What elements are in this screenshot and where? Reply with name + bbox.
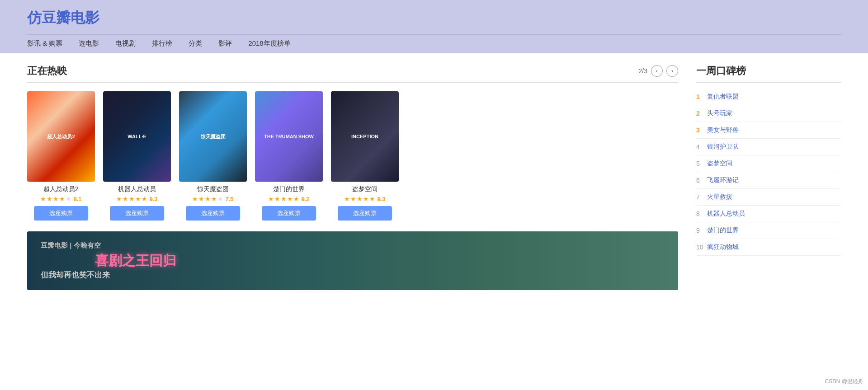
nav-item-choose-movie[interactable]: 选电影 — [79, 39, 99, 48]
movie-card: THE TRUMAN SHOW 楚门的世界 ★★★★★ 9.2 选座购票 — [255, 91, 323, 221]
movie-card: WALL·E 机器人总动员 ★★★★★ 9.3 选座购票 — [103, 91, 171, 221]
chart-item[interactable]: 10 疯狂动物城 — [696, 239, 841, 256]
buy-ticket-button[interactable]: 选座购票 — [110, 206, 164, 221]
next-page-button[interactable]: › — [666, 65, 678, 77]
chart-item-name[interactable]: 美女与野兽 — [707, 126, 739, 134]
header: 仿豆瓣电影 影讯 & 购票选电影电视剧排行榜分类影评2018年度榜单 — [0, 0, 868, 53]
movie-poster[interactable]: INCEPTION — [331, 91, 399, 182]
poster-text: INCEPTION — [351, 134, 378, 139]
pagination-area: 2/3 ‹ › — [639, 65, 678, 77]
banner[interactable]: 豆瓣电影 | 今晚有空 喜剧之王回归 但我却再也笑不出来 — [27, 231, 678, 290]
star-full: ★ — [40, 195, 46, 202]
prev-page-button[interactable]: ‹ — [651, 65, 663, 77]
nav-item-categories[interactable]: 分类 — [189, 39, 202, 48]
star-full: ★ — [116, 195, 122, 202]
chart-item[interactable]: 2 头号玩家 — [696, 105, 841, 122]
movie-card: 惊天魔盗团 惊天魔盗团 ★★★★★ 7.5 选座购票 — [179, 91, 247, 221]
chart-item-name[interactable]: 银河护卫队 — [707, 143, 739, 151]
chart-rank: 7 — [696, 193, 707, 201]
poster-text: THE TRUMAN SHOW — [264, 134, 314, 139]
star-half: ★ — [211, 195, 217, 202]
movies-grid: 超人总动员2 超人总动员2 ★★★★★ 8.1 选座购票 WALL·E 机器人总… — [27, 91, 678, 221]
movie-poster[interactable]: 超人总动员2 — [27, 91, 95, 182]
movie-rating-row: ★★★★★ 7.5 — [192, 195, 233, 202]
right-section: 一周口碑榜 1 复仇者联盟 2 头号玩家 3 美女与野兽 4 银河护卫队 5 盗… — [696, 64, 841, 290]
chart-item-name[interactable]: 机器人总动员 — [707, 210, 745, 218]
banner-main-text: 喜剧之王回归 — [95, 252, 176, 270]
chart-item[interactable]: 3 美女与野兽 — [696, 122, 841, 139]
nav-item-reviews[interactable]: 影评 — [218, 39, 232, 48]
chart-rank: 3 — [696, 127, 707, 134]
star-half: ★ — [369, 195, 375, 202]
chart-item-name[interactable]: 楚门的世界 — [707, 226, 739, 235]
movie-card: INCEPTION 盗梦空间 ★★★★★ 9.3 选座购票 — [331, 91, 399, 221]
star-empty: ★ — [66, 195, 71, 202]
nav-item-tv-series[interactable]: 电视剧 — [115, 39, 136, 48]
chart-rank: 6 — [696, 177, 707, 184]
site-title[interactable]: 仿豆瓣电影 — [27, 0, 841, 34]
chart-item-name[interactable]: 火星救援 — [707, 193, 732, 201]
main-container: 正在热映 2/3 ‹ › 超人总动员2 超人总动员2 ★★★★★ 8.1 选座购… — [0, 53, 868, 301]
poster-text: 超人总动员2 — [47, 133, 75, 140]
chart-rank: 4 — [696, 143, 707, 150]
movie-poster[interactable]: WALL·E — [103, 91, 171, 182]
movie-card: 超人总动员2 超人总动员2 ★★★★★ 8.1 选座购票 — [27, 91, 95, 221]
star-full: ★ — [268, 195, 274, 202]
chart-item-name[interactable]: 疯狂动物城 — [707, 243, 739, 251]
buy-ticket-button[interactable]: 选座购票 — [262, 206, 316, 221]
chart-item[interactable]: 5 盗梦空间 — [696, 155, 841, 172]
chart-item-name[interactable]: 头号玩家 — [707, 109, 732, 117]
main-nav: 影讯 & 购票选电影电视剧排行榜分类影评2018年度榜单 — [27, 34, 841, 53]
star-full: ★ — [192, 195, 198, 202]
chart-rank: 2 — [696, 110, 707, 117]
rating-score: 9.2 — [301, 196, 309, 202]
banner-sub-text: 但我却再也笑不出来 — [41, 270, 110, 280]
banner-label: 豆瓣电影 | 今晚有空 — [41, 241, 101, 250]
movie-poster[interactable]: 惊天魔盗团 — [179, 91, 247, 182]
nav-item-news-tickets[interactable]: 影讯 & 购票 — [27, 39, 62, 48]
star-full: ★ — [350, 195, 356, 202]
chart-item-name[interactable]: 复仇者联盟 — [707, 93, 739, 101]
nav-item-rankings[interactable]: 排行榜 — [152, 39, 172, 48]
weekly-chart-title: 一周口碑榜 — [696, 64, 841, 83]
star-full: ★ — [123, 195, 128, 202]
poster-text: WALL·E — [127, 134, 146, 139]
rating-score: 9.3 — [149, 196, 157, 202]
movie-name: 楚门的世界 — [273, 185, 305, 193]
star-half: ★ — [293, 195, 299, 202]
star-full: ★ — [59, 195, 65, 202]
chart-rank: 5 — [696, 160, 707, 167]
movie-poster[interactable]: THE TRUMAN SHOW — [255, 91, 323, 182]
chart-item[interactable]: 8 机器人总动员 — [696, 206, 841, 222]
chart-rank: 8 — [696, 210, 707, 217]
rating-score: 7.5 — [225, 196, 233, 202]
chart-item[interactable]: 4 银河护卫队 — [696, 139, 841, 155]
weekly-chart-list: 1 复仇者联盟 2 头号玩家 3 美女与野兽 4 银河护卫队 5 盗梦空间 6 … — [696, 89, 841, 256]
left-section: 正在热映 2/3 ‹ › 超人总动员2 超人总动员2 ★★★★★ 8.1 选座购… — [27, 64, 678, 290]
star-full: ★ — [363, 195, 369, 202]
poster-text: 惊天魔盗团 — [201, 133, 226, 140]
movie-name: 机器人总动员 — [118, 185, 156, 193]
chart-rank: 1 — [696, 93, 707, 100]
chart-item[interactable]: 7 火星救援 — [696, 189, 841, 206]
star-full: ★ — [281, 195, 287, 202]
chart-item-name[interactable]: 飞屋环游记 — [707, 176, 739, 184]
chart-rank: 10 — [696, 244, 707, 251]
chart-item[interactable]: 9 楚门的世界 — [696, 222, 841, 239]
nav-item-annual-list[interactable]: 2018年度榜单 — [248, 39, 290, 48]
star-full: ★ — [135, 195, 141, 202]
chart-item[interactable]: 6 飞屋环游记 — [696, 172, 841, 189]
buy-ticket-button[interactable]: 选座购票 — [338, 206, 392, 221]
chart-item-name[interactable]: 盗梦空间 — [707, 160, 732, 168]
movie-rating-row: ★★★★★ 9.3 — [116, 195, 157, 202]
star-full: ★ — [357, 195, 363, 202]
star-full: ★ — [205, 195, 211, 202]
buy-ticket-button[interactable]: 选座购票 — [34, 206, 88, 221]
buy-ticket-button[interactable]: 选座购票 — [186, 206, 240, 221]
star-full: ★ — [198, 195, 204, 202]
star-full: ★ — [53, 195, 59, 202]
movie-rating-row: ★★★★★ 9.2 — [268, 195, 309, 202]
movie-name: 惊天魔盗团 — [197, 185, 229, 193]
chart-item[interactable]: 1 复仇者联盟 — [696, 89, 841, 105]
movie-rating-row: ★★★★★ 8.1 — [40, 195, 81, 202]
